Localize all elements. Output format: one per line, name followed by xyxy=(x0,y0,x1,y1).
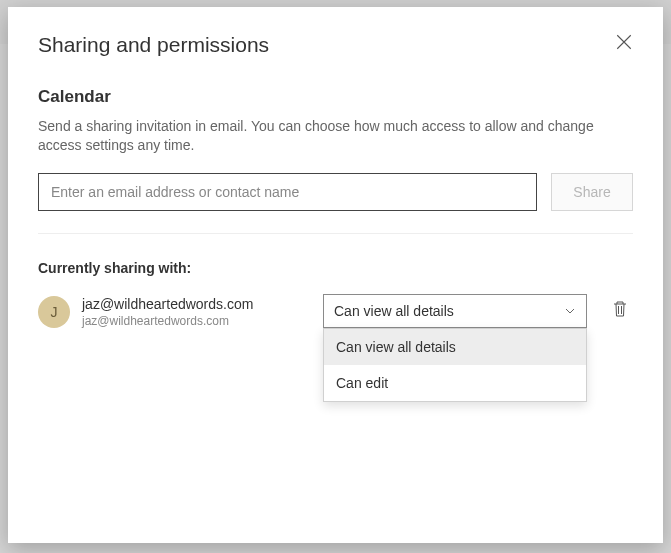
share-button[interactable]: Share xyxy=(551,173,633,211)
divider xyxy=(38,233,633,234)
remove-button[interactable] xyxy=(611,300,633,322)
invite-row: Share xyxy=(38,173,633,211)
chevron-down-icon xyxy=(564,305,576,317)
person-email: jaz@wildheartedwords.com xyxy=(82,314,311,328)
avatar-initial: J xyxy=(51,304,58,320)
close-icon xyxy=(615,33,633,51)
modal-title: Sharing and permissions xyxy=(38,33,633,57)
sharing-modal: Sharing and permissions Calendar Send a … xyxy=(8,7,663,543)
permission-selected: Can view all details xyxy=(334,303,454,319)
sharing-list-label: Currently sharing with: xyxy=(38,260,633,276)
permission-dropdown: Can view all details Can edit xyxy=(323,328,587,402)
email-input[interactable] xyxy=(38,173,537,211)
close-button[interactable] xyxy=(615,33,637,55)
permission-option-edit[interactable]: Can edit xyxy=(324,365,586,401)
permission-wrap: Can view all details Can view all detail… xyxy=(323,294,587,328)
modal-description: Send a sharing invitation in email. You … xyxy=(38,117,628,155)
avatar: J xyxy=(38,296,70,328)
person-info: jaz@wildheartedwords.com jaz@wildhearted… xyxy=(82,294,311,328)
calendar-subtitle: Calendar xyxy=(38,87,633,107)
permission-select[interactable]: Can view all details xyxy=(323,294,587,328)
person-name: jaz@wildheartedwords.com xyxy=(82,296,311,312)
trash-icon xyxy=(611,300,629,318)
sharing-row: J jaz@wildheartedwords.com jaz@wildheart… xyxy=(38,294,633,328)
modal-overlay: Sharing and permissions Calendar Send a … xyxy=(0,0,671,553)
permission-option-view-all[interactable]: Can view all details xyxy=(324,329,586,365)
